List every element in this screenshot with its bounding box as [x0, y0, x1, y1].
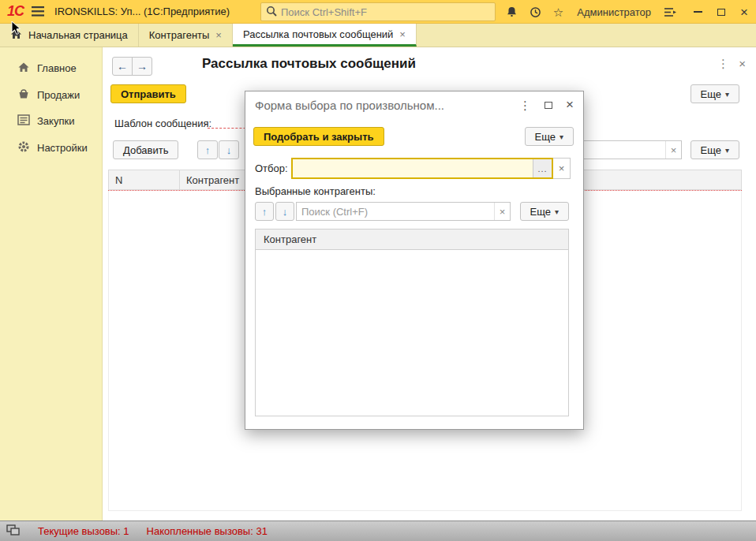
basket-icon: [17, 88, 30, 102]
tab-label: Начальная страница: [28, 29, 128, 41]
sidebar-item-prodazhi[interactable]: Продажи: [0, 81, 102, 108]
titlebar: 1С IRONSKILLS: Уп... (1С:Предприятие) ☆ …: [0, 0, 756, 24]
section-sidebar: Главное Продажи Закупки Настройки: [0, 47, 103, 520]
column-header-kontragent: Контрагент: [264, 233, 316, 245]
sidebar-item-label: Настройки: [37, 142, 88, 154]
filter-input[interactable]: [293, 162, 533, 174]
dialog-close-icon[interactable]: ×: [566, 97, 574, 113]
dialog-move-up-button[interactable]: ↑: [255, 202, 274, 221]
chevron-down-icon: ▾: [555, 207, 559, 216]
current-calls-status: Текущие вызовы: 1: [38, 525, 129, 537]
more-button-top[interactable]: Еще▾: [691, 84, 739, 103]
dialog-more-button-list[interactable]: Еще▾: [520, 202, 569, 221]
dialog-menu-dots-icon[interactable]: ⋮: [519, 99, 531, 111]
add-button[interactable]: Добавить: [113, 140, 178, 159]
current-user[interactable]: Администратор: [577, 6, 651, 18]
window-maximize-icon[interactable]: [717, 9, 725, 16]
sidebar-item-label: Продажи: [37, 89, 80, 101]
dialog-more-button-top[interactable]: Еще▾: [525, 127, 574, 146]
service-menu-icon[interactable]: [664, 7, 677, 17]
chevron-down-icon: ▾: [725, 146, 729, 155]
send-button[interactable]: Отправить: [110, 84, 186, 103]
titlebar-right-controls: ☆ Администратор ×: [506, 0, 748, 24]
app-window: { "colors": { "titlebar_bg": "#ffd34f", …: [0, 0, 756, 541]
global-search-input[interactable]: [281, 6, 490, 18]
history-clock-icon[interactable]: [530, 6, 541, 18]
pick-and-close-button[interactable]: Подобрать и закрыть: [253, 127, 384, 146]
tab-home[interactable]: Начальная страница: [0, 24, 139, 47]
tabbar: Начальная страница Контрагенты × Рассылк…: [0, 24, 756, 47]
filter-field[interactable]: ...: [291, 158, 553, 179]
search-icon: [266, 6, 277, 19]
favorites-star-icon[interactable]: ☆: [553, 6, 563, 18]
statusbar: Текущие вызовы: 1 Накопленные вызовы: 31: [0, 520, 756, 541]
dialog-title: Форма выбора по произвольном...: [255, 99, 444, 112]
dialog-table-header[interactable]: Контрагент: [255, 229, 569, 250]
gear-icon: [17, 140, 30, 155]
tab-close-icon[interactable]: ×: [215, 29, 222, 41]
sidebar-item-label: Главное: [37, 62, 77, 74]
notifications-bell-icon[interactable]: [506, 6, 518, 18]
sidebar-item-zakupki[interactable]: Закупки: [0, 108, 102, 134]
tab-label: Рассылка почтовых сообщений: [243, 28, 393, 40]
form-menu-dots-icon[interactable]: ⋮: [717, 57, 729, 71]
list-icon: [17, 114, 30, 128]
window-close-icon[interactable]: ×: [740, 6, 748, 19]
dialog-search-input[interactable]: [297, 206, 494, 218]
tab-kontragenty[interactable]: Контрагенты ×: [139, 24, 233, 47]
dialog-table-body[interactable]: [255, 249, 569, 416]
filter-label: Отбор:: [255, 162, 288, 174]
sidebar-item-nastroyki[interactable]: Настройки: [0, 134, 102, 162]
accumulated-calls-status: Накопленные вызовы: 31: [147, 525, 268, 537]
choose-ellipsis-button[interactable]: ...: [533, 159, 552, 177]
window-minimize-icon[interactable]: [694, 11, 702, 13]
template-label: Шаблон сообщения:: [114, 118, 211, 129]
sidebar-item-glavnoe[interactable]: Главное: [0, 55, 102, 81]
hamburger-menu-icon[interactable]: [32, 6, 44, 17]
clear-search-icon[interactable]: ×: [665, 141, 681, 159]
global-search[interactable]: [260, 2, 496, 21]
form-close-icon[interactable]: ×: [739, 57, 746, 70]
tab-close-icon[interactable]: ×: [399, 28, 406, 40]
dialog-move-down-button[interactable]: ↓: [275, 202, 294, 221]
calls-monitor-icon: [6, 524, 21, 539]
app-title: IRONSKILLS: Уп... (1С:Предприятие): [54, 6, 230, 17]
nav-forward-button[interactable]: →: [132, 57, 152, 76]
filter-clear-icon[interactable]: ×: [553, 158, 571, 179]
tab-rassylka[interactable]: Рассылка почтовых сообщений ×: [233, 24, 417, 47]
page-title: Рассылка почтовых сообщений: [202, 56, 416, 72]
1c-logo[interactable]: 1С: [7, 3, 24, 20]
selected-kontragenty-label: Выбранные контрагенты:: [255, 185, 376, 197]
home-icon: [10, 28, 22, 42]
move-down-button[interactable]: ↓: [219, 140, 239, 159]
dialog-controls: ⋮ ×: [519, 97, 574, 113]
column-header-n[interactable]: N: [109, 170, 180, 189]
selection-dialog: Форма выбора по произвольном... ⋮ × Подо…: [245, 91, 584, 430]
more-button-list[interactable]: Еще▾: [691, 140, 739, 159]
dialog-maximize-icon[interactable]: [545, 99, 552, 111]
chevron-down-icon: ▾: [725, 90, 729, 99]
tab-label: Контрагенты: [149, 29, 210, 41]
dialog-search-field[interactable]: ×: [296, 202, 511, 221]
clear-search-icon[interactable]: ×: [494, 203, 510, 220]
home-icon: [17, 62, 30, 75]
sidebar-item-label: Закупки: [37, 115, 74, 127]
chevron-down-icon: ▾: [560, 132, 563, 141]
move-up-button[interactable]: ↑: [197, 140, 218, 159]
nav-back-button[interactable]: ←: [112, 57, 133, 76]
